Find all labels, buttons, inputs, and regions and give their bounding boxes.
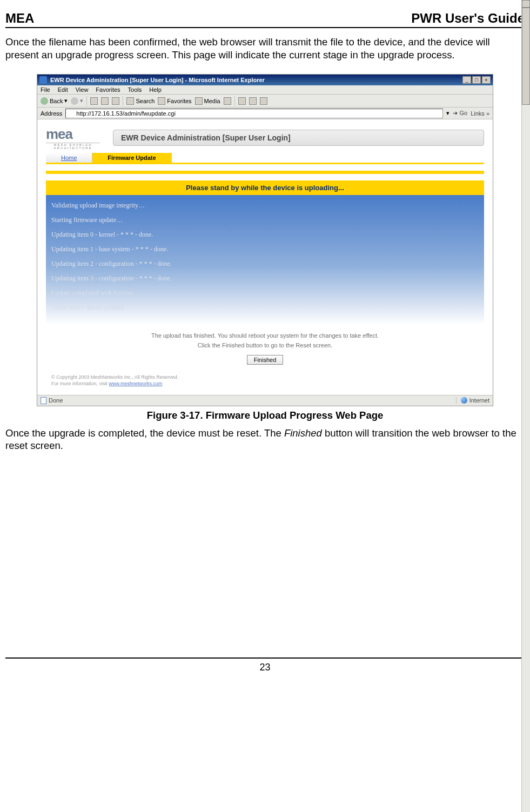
figure-caption: Figure 3-17. Firmware Upload Progress We… [5,410,525,421]
address-url: http://172.16.1.53/admin/fwupdate.cgi [76,110,175,117]
maximize-button[interactable]: □ [472,76,481,84]
media-button[interactable]: Media [195,97,220,105]
intro-paragraph: Once the filename has been confirmed, th… [5,36,525,61]
logo-text: mea [46,126,100,143]
progress-line: Updating item 1 - base system - * * * - … [51,245,479,253]
page-title: EWR Device Administration [Super User Lo… [113,130,484,146]
address-input[interactable]: http://172.16.1.53/admin/fwupdate.cgi [65,109,443,118]
meshnetworks-link[interactable]: www.meshnetworks.com [109,381,163,386]
copyright-line2: For more information, visit www.meshnetw… [51,381,479,387]
search-icon [126,97,134,105]
menu-help[interactable]: Help [149,86,162,93]
address-label: Address [41,110,62,117]
go-icon: ➜ [453,110,458,116]
page-footer: 23 [5,657,525,673]
home-icon [112,97,119,105]
progress-line: There were 4 items updated. [51,304,479,312]
zone-text: Internet [469,397,489,404]
edit-icon [260,97,267,105]
web-page: mea MESH ENABLED ARCHITECTURE EWR Device… [37,119,493,394]
minimize-button[interactable]: _ [462,76,471,84]
outro-italic: Finished [284,427,322,439]
history-button[interactable] [224,97,231,105]
page-header: MEA PWR User's Guide [5,11,525,28]
search-button[interactable]: Search [126,97,155,105]
copyright-line1: © Copyright 2003 MeshNetworks Inc., All … [51,374,479,381]
window-title: EWR Device Administration [Super User Lo… [50,77,461,83]
browser-statusbar: Done Internet [37,395,493,406]
history-icon [224,97,231,105]
separator [86,96,87,106]
back-arrow-icon [41,97,48,105]
print-icon [249,97,257,105]
chevron-down-icon: ▾ [80,97,83,104]
go-label: Go [459,110,467,116]
menu-view[interactable]: View [76,86,89,93]
menu-favorites[interactable]: Favorites [96,86,120,93]
menu-bar: File Edit View Favorites Tools Help [37,85,493,95]
status-text: Done [49,397,63,404]
browser-toolbar: Back ▾ ▾ Search Favorites Media [37,95,493,108]
tab-firmware-update[interactable]: Firmware Update [92,153,171,163]
forward-button[interactable]: ▾ [71,97,83,105]
tab-home[interactable]: Home [46,153,92,163]
upload-banner: Please stand by while the device is uplo… [46,180,484,195]
progress-line: Update completed with 0 errors. [51,289,479,297]
links-button[interactable]: Links » [471,110,489,117]
home-button[interactable] [112,97,119,105]
browser-window: EWR Device Administration [Super User Lo… [37,74,493,406]
mail-icon [238,97,246,105]
menu-file[interactable]: File [41,86,50,93]
menu-tools[interactable]: Tools [128,86,142,93]
favorites-button[interactable]: Favorites [158,97,191,105]
favorites-label: Favorites [167,98,191,104]
progress-line: Updating item 2 - configuration - * * * … [51,260,479,268]
separator [123,96,123,106]
page-icon [68,110,74,116]
chevron-down-icon: ▾ [64,97,68,104]
stop-icon [90,97,98,105]
finish-text-2: Click the Finished button to go to the R… [51,342,479,348]
finished-button[interactable]: Finished [247,355,284,365]
scroll-thumb[interactable] [522,8,530,105]
finish-panel: The upload has finished. You should rebo… [46,325,484,371]
header-right: PWR User's Guide [411,11,525,26]
print-button[interactable] [249,97,257,105]
finish-text-1: The upload has finished. You should rebo… [51,332,479,339]
copyright-footer: © Copyright 2003 MeshNetworks Inc., All … [46,371,484,390]
page-number: 23 [259,662,270,673]
search-label: Search [136,98,155,104]
close-button[interactable]: × [482,76,491,84]
internet-zone-icon [461,397,467,404]
copyright-pre: For more information, visit [51,381,109,386]
media-icon [195,97,203,105]
progress-line: Validating upload image integrity… [51,202,479,210]
header-left: MEA [5,11,34,26]
menu-edit[interactable]: Edit [58,86,68,93]
window-titlebar: EWR Device Administration [Super User Lo… [37,75,493,85]
progress-line: Starting firmware update… [51,216,479,224]
address-bar: Address http://172.16.1.53/admin/fwupdat… [37,108,493,119]
back-button[interactable]: Back ▾ [41,97,68,105]
tab-bar: Home Firmware Update [46,153,484,164]
refresh-button[interactable] [101,97,109,105]
ie-icon [39,76,47,84]
vertical-scrollbar[interactable] [521,0,530,684]
edit-button[interactable] [260,97,267,105]
outro-pre: Once the upgrade is completed, the devic… [5,427,284,439]
divider-yellow [46,171,484,174]
address-dropdown-icon[interactable]: ▾ [446,110,450,117]
outro-paragraph: Once the upgrade is completed, the devic… [5,427,525,452]
progress-line: Updating item 3 - configuration - * * * … [51,274,479,283]
back-label: Back [50,98,63,104]
forward-arrow-icon [71,97,78,105]
mea-logo: mea MESH ENABLED ARCHITECTURE [46,126,100,150]
refresh-icon [101,97,109,105]
stop-button[interactable] [90,97,98,105]
progress-panel: Validating upload image integrity… Start… [46,195,484,325]
mail-button[interactable] [238,97,246,105]
scroll-up-arrow-icon[interactable] [522,0,530,8]
go-button[interactable]: ➜ Go [453,110,467,117]
favorites-icon [158,97,165,105]
logo-subtitle: MESH ENABLED ARCHITECTURE [46,143,100,150]
